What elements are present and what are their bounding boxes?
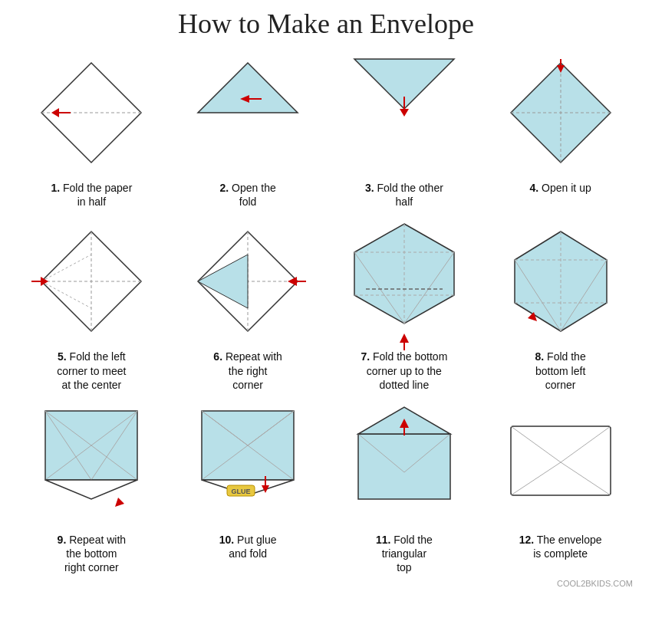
steps-grid: 1. Fold the paperin half 2. Open thefold [8, 48, 644, 575]
svg-marker-8 [400, 109, 409, 117]
step-7: 7. Fold the bottomcorner up to thedotted… [328, 216, 481, 392]
page-title: How to Make an Envelope [8, 8, 644, 40]
svg-rect-61 [358, 434, 450, 499]
step-11: 11. Fold thetriangulartop [328, 399, 481, 575]
watermark: COOL2BKIDS.COM [8, 579, 644, 588]
step-3: 3. Fold the otherhalf [328, 48, 481, 209]
step-4: 4. Open it up [484, 48, 637, 209]
svg-text:GLUE: GLUE [232, 488, 251, 495]
step-10: GLUE 10. Put glueand fold [172, 399, 324, 575]
svg-marker-49 [45, 480, 137, 499]
svg-marker-4 [198, 63, 298, 113]
step-2: 2. Open thefold [172, 48, 324, 209]
step-1: 1. Fold the paperin half [15, 48, 168, 209]
step-5: 5. Fold the leftcorner to meetat the cen… [15, 216, 168, 392]
svg-marker-50 [115, 498, 124, 507]
step-12: 12. The envelopeis complete [484, 399, 637, 575]
step-6: 6. Repeat withthe rightcorner [172, 216, 324, 392]
step-9: 9. Repeat withthe bottomright corner [15, 399, 168, 575]
svg-marker-35 [400, 334, 409, 343]
step-8: 8. Fold thebottom leftcorner [484, 216, 637, 392]
